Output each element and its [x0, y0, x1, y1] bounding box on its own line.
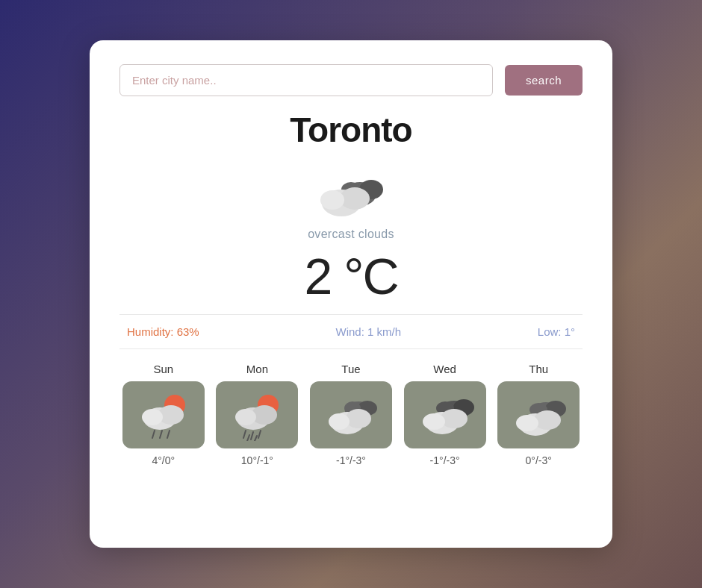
forecast-temp-mon: 10°/-1° [241, 454, 273, 466]
forecast-icon-mon [216, 381, 298, 448]
humidity-stat: Humidity: 63% [127, 325, 199, 338]
main-weather-icon [306, 163, 396, 223]
svg-point-9 [142, 409, 163, 425]
svg-point-16 [235, 409, 256, 425]
forecast-icon-sun [122, 381, 205, 448]
svg-point-38 [534, 410, 561, 430]
svg-line-20 [247, 435, 249, 441]
svg-line-11 [160, 431, 162, 438]
forecast-icon-tue [310, 381, 392, 448]
stats-row: Humidity: 63% Wind: 1 km/h Low: 1° [119, 314, 583, 349]
svg-point-39 [516, 415, 538, 431]
svg-point-5 [320, 190, 344, 210]
svg-line-10 [152, 431, 155, 438]
search-button[interactable]: search [505, 65, 583, 96]
forecast-day-label-mon: Mon [246, 363, 268, 375]
svg-point-27 [329, 413, 350, 430]
forecast-day-sun: Sun 4°/0° [119, 363, 208, 466]
city-search-input[interactable] [119, 64, 493, 96]
wind-stat: Wind: 1 km/h [335, 325, 401, 338]
svg-line-21 [255, 436, 257, 441]
svg-point-26 [346, 409, 371, 428]
city-name: Toronto [290, 110, 411, 150]
forecast-day-mon: Mon 10°/-1° [214, 363, 302, 466]
weather-description: overcast clouds [308, 228, 394, 241]
search-row: search [119, 64, 583, 96]
forecast-day-label-tue: Tue [341, 363, 360, 375]
svg-point-32 [441, 409, 468, 428]
forecast-day-label-thu: Thu [529, 363, 548, 375]
forecast-day-label-wed: Wed [433, 363, 456, 375]
svg-line-18 [251, 432, 253, 440]
forecast-day-label-sun: Sun [153, 363, 173, 375]
temperature-display: 2 °C [304, 247, 397, 305]
forecast-temp-thu: 0°/-3° [526, 454, 552, 466]
svg-point-4 [340, 187, 370, 210]
forecast-day-tue: Tue -1°/-3° [307, 363, 395, 466]
forecast-icon-wed [404, 381, 486, 448]
svg-line-17 [243, 431, 246, 438]
forecast-row: Sun 4°/0° Mon [119, 363, 583, 466]
low-temp-stat: Low: 1° [538, 325, 575, 338]
weather-card: search Toronto overcast clouds 2 °C Humi… [90, 40, 612, 548]
forecast-day-wed: Wed -1°/-3° [401, 363, 489, 466]
forecast-temp-sun: 4°/0° [152, 454, 175, 466]
forecast-temp-tue: -1°/-3° [336, 454, 366, 466]
svg-line-19 [258, 431, 261, 438]
svg-point-33 [423, 413, 445, 430]
forecast-temp-wed: -1°/-3° [430, 454, 460, 466]
forecast-icon-thu [497, 381, 580, 448]
svg-line-12 [167, 431, 170, 438]
forecast-day-thu: Thu 0°/-3° [494, 363, 583, 466]
